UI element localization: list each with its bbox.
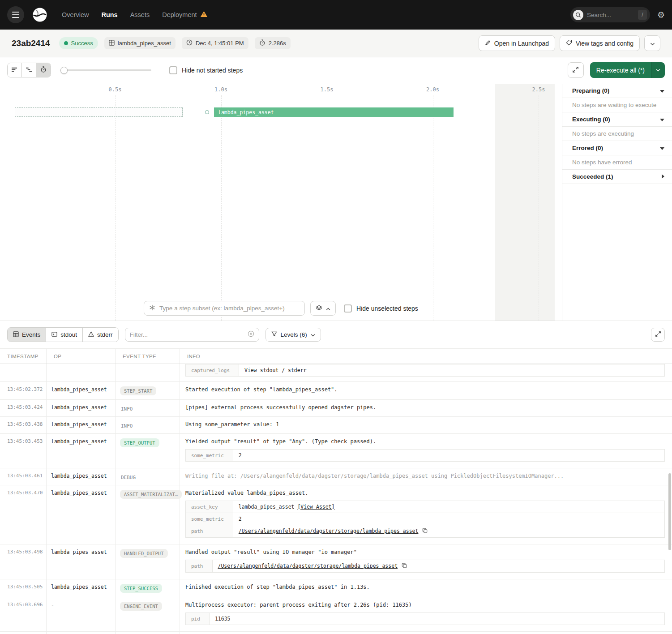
search-input[interactable] [587,12,634,18]
view-mode-timed-button[interactable] [36,63,51,77]
column-header-op[interactable]: OP [47,349,116,364]
chevron-down-icon [650,40,655,47]
log-event-type: DEBUG [116,468,180,485]
search-icon [573,10,583,20]
hamburger-menu-icon[interactable] [7,6,24,23]
tab-events[interactable]: Events [8,328,46,342]
zoom-slider-knob[interactable] [60,67,68,74]
dagster-logo-icon[interactable] [30,5,49,24]
tab-stderr[interactable]: stderr [83,328,118,342]
stdout-icon [51,331,57,338]
hide-unselected-checkbox[interactable] [344,304,352,313]
section-preparing[interactable]: Preparing (0) [562,84,672,98]
column-header-info[interactable]: INFO [180,349,672,364]
log-row[interactable]: 13:45:03.453lambda_pipes_assetSTEP_OUTPU… [0,434,672,468]
metadata-link[interactable]: /Users/alangenfeld/data/dagster/storage/… [218,563,398,569]
log-info-text: Writing file at: /Users/alangenfeld/data… [185,473,665,479]
axis-tick-label: 0.5s [109,86,122,93]
metadata-key: path [186,525,233,538]
section-errored[interactable]: Errored (0) [562,141,672,155]
metadata-row: asset_keylambda_pipes_asset [View Asset] [186,501,665,513]
section-succeeded[interactable]: Succeeded (1) [562,170,672,184]
metadata-table: pid11635 [185,613,665,625]
log-row[interactable]: 13:45:03.505lambda_pipes_assetSTEP_SUCCE… [0,579,672,597]
zoom-slider[interactable] [62,69,151,71]
log-row[interactable]: captured_logsView stdout / stderr [0,364,672,382]
copy-icon[interactable] [422,528,428,535]
copy-icon[interactable] [402,563,407,570]
nav-item-runs[interactable]: Runs [101,11,117,18]
logs-fullscreen-button[interactable] [651,328,665,342]
log-row[interactable]: 13:45:03.498lambda_pipes_assetHANDLED_OU… [0,544,672,579]
log-timestamp [0,364,47,381]
tag-icon [566,39,572,47]
step-subset-input[interactable] [159,305,300,312]
column-header-timestamp[interactable]: TIMESTAMP [0,349,47,364]
log-info: Finished execution of step "lambda_pipes… [180,579,672,597]
log-info-text: Started execution of step "lambda_pipes_… [185,386,665,393]
asset-grid-icon [109,40,115,47]
nav-item-overview[interactable]: Overview [62,11,89,18]
log-row[interactable]: 13:45:03.461lambda_pipes_assetDEBUGWriti… [0,468,672,485]
view-mode-flat-button[interactable] [8,63,22,77]
section-errored-body: No steps have errored [562,155,672,170]
log-op: lambda_pipes_asset [47,434,116,468]
log-op: lambda_pipes_asset [47,382,116,399]
event-type-badge: STEP_START [120,386,156,395]
log-filter-input[interactable] [130,331,244,338]
graph-query-toggle-button[interactable] [310,301,336,316]
levels-dropdown[interactable]: Levels (6) [265,328,321,342]
tab-stdout[interactable]: stdout [46,328,83,342]
gantt-fullscreen-button[interactable] [568,62,584,78]
step-marker-icon [205,110,209,114]
metadata-link[interactable]: /Users/alangenfeld/data/dagster/storage/… [239,528,419,534]
metadata-row: some_metric2 [186,450,665,462]
metadata-link[interactable]: [View Asset] [297,504,334,510]
view-mode-waterfall-button[interactable] [22,63,36,77]
log-row[interactable]: 13:45:03.701-RUN_SUCCESSFinished executi… [0,632,672,634]
gantt-unselected-range[interactable] [15,107,183,117]
logs-scrollbar[interactable] [668,473,671,550]
log-info-text: Yielded output "result" of type "Any". (… [185,438,665,445]
log-info: Materialized value lambda_pipes_asset.as… [180,485,672,544]
status-badge[interactable]: Success [59,37,98,49]
event-type-badge: HANDLED_OUTPUT [120,549,168,558]
log-filter-field[interactable] [125,328,259,342]
gantt-view-mode-group [7,63,51,77]
gear-icon[interactable]: ⚙ [657,11,665,19]
gantt-bottom-controls: Hide unselected steps [0,301,562,316]
open-in-launchpad-button[interactable]: Open in Launchpad [479,35,555,51]
status-dot-icon [64,41,68,45]
log-op: lambda_pipes_asset [47,485,116,544]
log-row[interactable]: 13:45:03.438lambda_pipes_assetINFOUsing … [0,417,672,434]
hide-not-started-control: Hide not started steps [169,66,243,74]
log-timestamp: 13:45:03.696 [0,597,47,631]
metadata-value: 2 [233,450,664,462]
chevron-down-icon [660,145,664,151]
metadata-key: path [186,560,213,573]
log-event-type: HANDLED_OUTPUT [116,544,180,579]
view-tags-config-button[interactable]: View tags and config [560,35,640,51]
event-type-badge: DEBUG [120,475,136,480]
global-search[interactable]: / [570,7,650,22]
log-row[interactable]: 13:45:02.372lambda_pipes_assetSTEP_START… [0,382,672,400]
gantt-step-bar[interactable]: lambda_pipes_asset [214,107,454,117]
reexecute-all-button[interactable]: Re-execute all (*) [590,62,665,78]
reexecute-dropdown-button[interactable] [651,62,665,78]
step-subset-field[interactable] [144,301,305,316]
clear-filter-icon[interactable] [248,330,254,339]
column-header-event-type[interactable]: EVENT TYPE [116,349,180,364]
hide-not-started-checkbox[interactable] [169,66,177,74]
log-event-type: STEP_SUCCESS [116,579,180,597]
log-timestamp: 13:45:03.461 [0,468,47,485]
log-row[interactable]: 13:45:03.470lambda_pipes_assetASSET_MATE… [0,485,672,544]
log-row[interactable]: 13:45:03.424lambda_pipes_assetINFO[pipes… [0,400,672,417]
asset-tag[interactable]: lambda_pipes_asset [104,37,175,49]
log-info-text: Materialized value lambda_pipes_asset. [185,490,665,496]
header-more-button[interactable] [644,35,660,51]
section-executing[interactable]: Executing (0) [562,112,672,127]
metadata-key: some_metric [186,513,233,525]
nav-item-deployment[interactable]: Deployment [162,11,207,19]
nav-item-assets[interactable]: Assets [130,11,150,18]
log-row[interactable]: 13:45:03.696-ENGINE_EVENTMultiprocess ex… [0,597,672,632]
